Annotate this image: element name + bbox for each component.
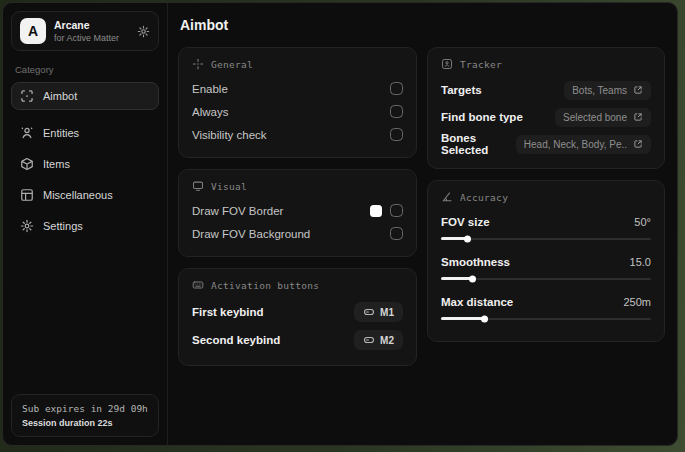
sidebar-item-label: Items: [43, 158, 70, 170]
angle-icon: [441, 191, 453, 203]
card-title: Visual: [211, 181, 247, 192]
smoothness-slider[interactable]: [441, 274, 651, 283]
slider-label: FOV size: [441, 216, 490, 228]
sidebar-item-aimbot[interactable]: Aimbot: [11, 82, 159, 110]
setting-label: Draw FOV Border: [192, 205, 283, 217]
mouse-icon: [363, 334, 375, 346]
slider-value: 15.0: [630, 256, 651, 268]
app-title-block: Arcane for Active Matter: [54, 19, 129, 43]
slider-thumb[interactable]: [469, 275, 476, 282]
setting-label: Visibility check: [192, 129, 267, 141]
page-title: Aimbot: [180, 17, 671, 33]
sidebar-item-miscellaneous[interactable]: Miscellaneous: [11, 181, 159, 209]
sidebar: A Arcane for Active Matter Category Aimb…: [3, 3, 168, 445]
slider-thumb[interactable]: [481, 315, 488, 322]
sidebar-item-label: Miscellaneous: [43, 189, 113, 201]
tracker-card: Tracker Targets Bots, Teams Find bone ty…: [427, 47, 665, 169]
slider-row: Smoothness 15.0: [441, 250, 651, 273]
expand-icon: [633, 139, 643, 149]
app-name: Arcane: [54, 19, 129, 31]
fov-size-slider[interactable]: [441, 234, 651, 243]
fov-border-color-swatch[interactable]: [370, 205, 382, 217]
setting-row: Always: [192, 100, 403, 123]
sidebar-item-items[interactable]: Items: [11, 150, 159, 178]
grid-icon: [20, 188, 34, 202]
slider-label: Smoothness: [441, 256, 510, 268]
slider-fill: [441, 237, 468, 240]
sidebar-item-entities[interactable]: Entities: [11, 119, 159, 147]
category-nav: Aimbot Entities Items Miscellaneous: [11, 82, 159, 240]
keybind-value: M2: [380, 335, 394, 346]
expand-icon: [633, 85, 643, 95]
bones-selected-dropdown[interactable]: Head, Neck, Body, Pe..: [516, 135, 651, 154]
crosshair-scan-icon: [20, 89, 34, 103]
tracker-icon: [441, 58, 453, 70]
app-header-card: A Arcane for Active Matter: [11, 11, 159, 51]
find-bone-type-dropdown[interactable]: Selected bone: [555, 108, 651, 127]
slider-value: 250m: [623, 296, 651, 308]
keybind-label: First keybind: [192, 306, 264, 318]
always-checkbox[interactable]: [390, 105, 403, 118]
dropdown-label: Targets: [441, 84, 482, 96]
sidebar-item-label: Aimbot: [43, 90, 77, 102]
setting-label: Draw FOV Background: [192, 228, 310, 240]
targets-dropdown[interactable]: Bots, Teams: [564, 81, 651, 100]
draw-fov-background-checkbox[interactable]: [390, 227, 403, 240]
monitor-icon: [192, 180, 204, 192]
max-distance-slider[interactable]: [441, 314, 651, 323]
card-title: Tracker: [460, 59, 502, 70]
setting-row: Draw FOV Border: [192, 199, 403, 222]
enable-checkbox[interactable]: [390, 82, 403, 95]
app-subtitle: for Active Matter: [54, 33, 129, 43]
dropdown-row: Bones Selected Head, Neck, Body, Pe..: [441, 131, 651, 157]
sidebar-item-label: Settings: [43, 220, 83, 232]
keyboard-icon: [192, 279, 204, 291]
cheat-menu-window: A Arcane for Active Matter Category Aimb…: [2, 2, 678, 446]
slider-thumb[interactable]: [464, 235, 471, 242]
gear-icon[interactable]: [137, 25, 150, 38]
dropdown-row: Find bone type Selected bone: [441, 104, 651, 130]
setting-label: Enable: [192, 83, 228, 95]
card-title: Activation buttons: [211, 280, 319, 291]
dropdown-row: Targets Bots, Teams: [441, 77, 651, 103]
subscription-card: Sub expires in 29d 09h Session duration …: [11, 394, 159, 437]
setting-row: Draw FOV Background: [192, 222, 403, 245]
activation-card-header: Activation buttons: [192, 279, 403, 291]
visual-card: Visual Draw FOV Border Draw FOV Backgrou…: [178, 169, 417, 257]
dropdown-label: Bones Selected: [441, 132, 510, 156]
accuracy-card: Accuracy FOV size 50° Smoothness: [427, 180, 665, 342]
slider-row: Max distance 250m: [441, 290, 651, 313]
slider-value: 50°: [634, 216, 651, 228]
sidebar-item-settings[interactable]: Settings: [11, 212, 159, 240]
card-title: Accuracy: [460, 192, 508, 203]
visibility-check-checkbox[interactable]: [390, 128, 403, 141]
dropdown-value: Head, Neck, Body, Pe..: [524, 139, 627, 150]
mouse-icon: [363, 306, 375, 318]
entities-icon: [20, 126, 34, 140]
expand-icon: [633, 112, 643, 122]
setting-row: Enable: [192, 77, 403, 100]
slider-row: FOV size 50°: [441, 210, 651, 233]
activation-buttons-card: Activation buttons First keybind M1 Seco…: [178, 268, 417, 366]
crosshair-dots-icon: [192, 58, 204, 70]
right-column: Tracker Targets Bots, Teams Find bone ty…: [427, 47, 665, 366]
second-keybind-button[interactable]: M2: [354, 330, 403, 350]
left-column: General Enable Always Visibility check: [178, 47, 417, 366]
general-card: General Enable Always Visibility check: [178, 47, 417, 158]
accuracy-card-header: Accuracy: [441, 191, 651, 203]
keybind-row: First keybind M1: [192, 298, 403, 326]
tracker-card-header: Tracker: [441, 58, 651, 70]
dropdown-value: Bots, Teams: [572, 85, 627, 96]
slider-track: [441, 238, 651, 240]
card-title: General: [211, 59, 253, 70]
setting-label: Always: [192, 106, 228, 118]
slider-fill: [441, 277, 473, 280]
general-card-header: General: [192, 58, 403, 70]
keybind-value: M1: [380, 307, 394, 318]
sub-expiry-text: Sub expires in 29d 09h: [22, 403, 148, 414]
first-keybind-button[interactable]: M1: [354, 302, 403, 322]
slider-label: Max distance: [441, 296, 513, 308]
draw-fov-border-checkbox[interactable]: [390, 204, 403, 217]
keybind-label: Second keybind: [192, 334, 280, 346]
main-content: Aimbot General Enable Alw: [168, 3, 677, 445]
